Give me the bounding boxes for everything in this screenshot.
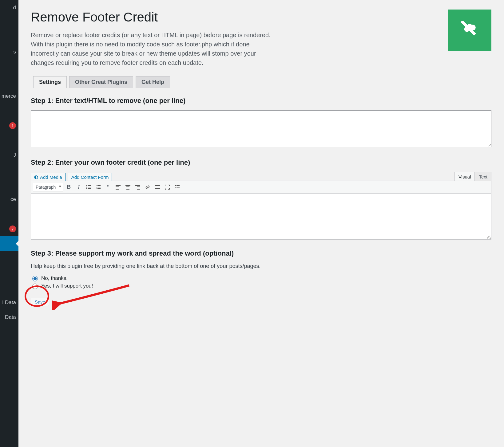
tab-other-great-plugins[interactable]: Other Great Plugins (69, 76, 133, 88)
support-option-yes[interactable]: Yes, I will support you! (31, 283, 491, 289)
tab-get-help[interactable]: Get Help (136, 76, 170, 88)
svg-rect-8 (97, 185, 101, 186)
step3-help-text: Help keep this plugin free by providing … (31, 263, 491, 269)
sidebar-item-14[interactable] (0, 207, 18, 222)
add-contact-label: Add Contact Form (71, 174, 109, 180)
svg-rect-30 (178, 185, 180, 186)
sidebar-item-17[interactable] (0, 251, 18, 266)
page-description: Remove or replace footer credits (or any… (31, 30, 277, 67)
sidebar-item-10[interactable]: J (0, 148, 18, 163)
sidebar-item-18[interactable] (0, 266, 18, 280)
svg-rect-15 (116, 188, 121, 188)
svg-rect-18 (126, 186, 129, 187)
support-option-no[interactable]: No, thanks. (31, 275, 491, 281)
svg-rect-22 (137, 186, 140, 187)
sidebar-item-2[interactable] (0, 30, 18, 45)
svg-rect-31 (175, 187, 176, 188)
sidebar-item-13[interactable]: ce (0, 192, 18, 207)
svg-rect-14 (116, 186, 119, 187)
sidebar-item-9[interactable] (0, 133, 18, 148)
svg-rect-23 (135, 188, 140, 188)
numbered-list-icon[interactable]: 123 (94, 183, 102, 191)
read-more-icon[interactable] (153, 183, 161, 191)
add-media-label: Add Media (40, 174, 62, 180)
support-label-no: No, thanks. (41, 275, 68, 281)
support-radio-no[interactable] (32, 276, 38, 281)
svg-rect-26 (155, 187, 160, 187)
rich-editor: Paragraph B I 123 “ (31, 181, 491, 240)
sidebar-item-21[interactable]: Data (0, 310, 18, 325)
svg-rect-16 (116, 189, 119, 190)
bold-icon[interactable]: B (65, 183, 73, 191)
admin-sidebar: dsmerce1Jce7l DataData (0, 0, 18, 447)
blockquote-icon[interactable]: “ (104, 183, 112, 191)
svg-rect-29 (177, 185, 178, 186)
add-media-button[interactable]: ◐ Add Media (31, 173, 65, 181)
sidebar-item-7[interactable] (0, 104, 18, 118)
svg-rect-12 (97, 188, 101, 189)
sidebar-item-label: Data (5, 314, 16, 320)
sidebar-item-16[interactable] (0, 236, 18, 251)
italic-icon[interactable]: I (75, 183, 83, 191)
svg-text:3: 3 (96, 188, 97, 190)
align-right-icon[interactable] (134, 183, 142, 191)
svg-rect-6 (88, 188, 91, 189)
sidebar-item-label: merce (2, 93, 16, 99)
sidebar-item-label: J (14, 152, 16, 158)
svg-rect-21 (135, 185, 140, 186)
support-radio-yes[interactable] (32, 284, 38, 289)
sidebar-item-label: l Data (2, 300, 16, 306)
svg-rect-28 (175, 185, 176, 186)
align-center-icon[interactable] (124, 183, 132, 191)
format-select[interactable]: Paragraph (33, 183, 63, 191)
sidebar-badge: 7 (9, 225, 16, 232)
editor-tab-visual[interactable]: Visual (454, 172, 475, 181)
tab-settings[interactable]: Settings (33, 76, 67, 88)
fullscreen-icon[interactable] (163, 183, 171, 191)
sidebar-item-1[interactable] (0, 15, 18, 30)
editor-toolbar: Paragraph B I 123 “ (31, 181, 491, 194)
link-icon[interactable] (144, 183, 152, 191)
step2-heading: Step 2: Enter your own footer credit (on… (31, 159, 491, 167)
toolbar-toggle-icon[interactable] (173, 183, 181, 191)
sidebar-item-0[interactable]: d (0, 0, 18, 15)
svg-rect-27 (155, 188, 160, 189)
plugin-logo (448, 10, 491, 51)
sidebar-item-label: d (13, 5, 16, 11)
footer-credit-editor[interactable] (31, 194, 491, 240)
sidebar-item-6[interactable]: merce (0, 89, 18, 104)
main-content: Remove Footer Credit Remove or replace f… (18, 0, 504, 447)
svg-rect-4 (88, 187, 91, 187)
add-contact-form-button[interactable]: Add Contact Form (68, 173, 112, 181)
ribbon-icon (461, 21, 479, 40)
svg-rect-13 (116, 185, 121, 186)
sidebar-item-11[interactable] (0, 163, 18, 177)
editor-tab-text[interactable]: Text (475, 172, 491, 181)
sidebar-item-5[interactable] (0, 74, 18, 89)
sidebar-badge: 1 (9, 122, 16, 129)
svg-rect-33 (178, 187, 180, 188)
remove-text-input[interactable] (31, 110, 491, 147)
svg-rect-10 (97, 187, 101, 187)
save-button[interactable]: Save (31, 298, 49, 306)
support-label-yes: Yes, I will support you! (41, 283, 93, 289)
svg-rect-20 (126, 189, 129, 190)
step3-heading: Step 3: Please support my work and sprea… (31, 249, 491, 257)
svg-point-5 (86, 188, 87, 189)
svg-rect-24 (137, 189, 140, 190)
svg-rect-19 (125, 188, 130, 188)
align-left-icon[interactable] (114, 183, 122, 191)
sidebar-item-19[interactable] (0, 280, 18, 295)
sidebar-item-20[interactable]: l Data (0, 295, 18, 310)
bullet-list-icon[interactable] (85, 183, 93, 191)
sidebar-item-3[interactable]: s (0, 45, 18, 59)
svg-rect-32 (177, 187, 178, 188)
sidebar-item-12[interactable] (0, 177, 18, 192)
sidebar-item-8[interactable]: 1 (0, 118, 18, 133)
svg-point-1 (86, 185, 87, 186)
sidebar-item-label: ce (10, 196, 16, 202)
sidebar-item-15[interactable]: 7 (0, 222, 18, 236)
sidebar-item-4[interactable] (0, 59, 18, 74)
step1-heading: Step 1: Enter text/HTML to remove (one p… (31, 97, 491, 105)
page-title: Remove Footer Credit (31, 10, 436, 25)
